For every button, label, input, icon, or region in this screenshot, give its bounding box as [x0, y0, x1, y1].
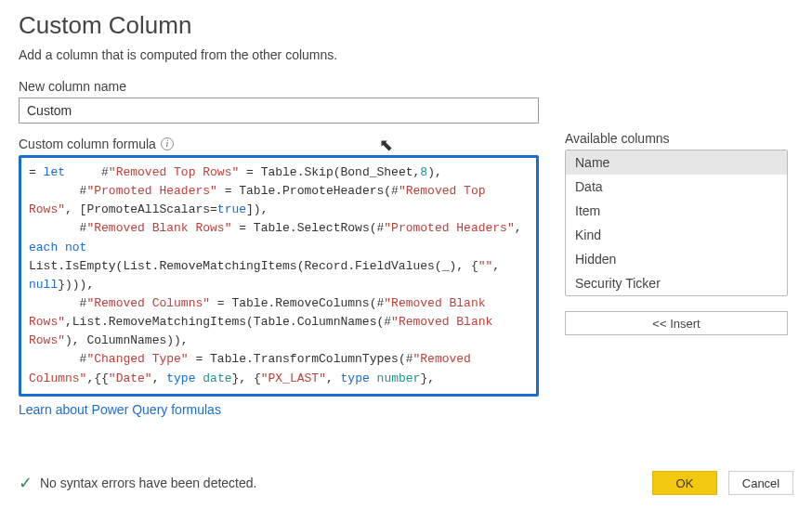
formula-token: = Table.PromoteHeaders(#: [217, 184, 399, 198]
formula-token: "Removed Top Rows": [109, 165, 239, 179]
formula-token: ,: [515, 221, 530, 235]
formula-token: [370, 371, 377, 385]
available-columns-list[interactable]: NameDataItemKindHiddenSecurity Ticker: [565, 150, 788, 296]
formula-textarea[interactable]: = let #"Removed Top Rows" = Table.Skip(B…: [19, 155, 539, 397]
formula-token: type: [166, 371, 195, 385]
formula-token: "Date": [109, 371, 152, 385]
dialog-subtitle: Add a column that is computed from the o…: [19, 47, 793, 62]
available-columns-label: Available columns: [565, 131, 788, 146]
available-column-item[interactable]: Security Ticker: [566, 271, 787, 295]
formula-token: =: [29, 165, 44, 179]
formula-token: List.IsEmpty(List.RemoveMatchingItems(Re…: [29, 241, 478, 273]
available-column-item[interactable]: Kind: [566, 223, 787, 247]
available-column-item[interactable]: Item: [566, 199, 787, 223]
formula-token: "Promoted Headers": [384, 221, 514, 235]
formula-token: = Table.SelectRows(#: [231, 221, 384, 235]
formula-token: "Removed Blank Rows": [86, 221, 231, 235]
column-name-input[interactable]: [19, 98, 539, 124]
status-message: No syntax errors have been detected.: [40, 475, 256, 490]
formula-token: each not: [29, 241, 86, 254]
formula-token: , [PromoteAllScalars=: [65, 202, 217, 216]
available-column-item[interactable]: Data: [566, 175, 787, 199]
formula-token: ,: [152, 371, 167, 385]
formula-token: true: [217, 202, 246, 216]
formula-token: number: [377, 371, 421, 385]
formula-token: "": [478, 259, 493, 273]
learn-more-link[interactable]: Learn about Power Query formulas: [19, 402, 221, 417]
ok-button[interactable]: OK: [652, 471, 717, 495]
formula-token: 8: [420, 165, 427, 179]
formula-token: ,: [326, 371, 341, 385]
cancel-button[interactable]: Cancel: [728, 471, 793, 495]
available-column-item[interactable]: Hidden: [566, 247, 787, 271]
formula-token: null: [29, 278, 58, 292]
column-name-label: New column name: [19, 79, 539, 94]
formula-token: #: [65, 165, 109, 179]
formula-token: ,{{: [86, 371, 108, 385]
formula-token: }, {: [232, 371, 261, 385]
info-icon[interactable]: i: [161, 137, 174, 150]
formula-token: ,: [492, 259, 507, 273]
formula-label: Custom column formula: [19, 137, 156, 151]
check-icon: ✓: [19, 475, 33, 491]
formula-token: },: [420, 371, 435, 385]
formula-token: "PX_LAST": [261, 371, 326, 385]
formula-token: "Removed Columns": [86, 296, 210, 310]
formula-token: = Table.RemoveColumns(#: [210, 296, 384, 310]
formula-token: ,List.RemoveMatchingItems(Table.ColumnNa…: [65, 315, 391, 329]
insert-button[interactable]: << Insert: [565, 311, 788, 335]
formula-token: = Table.Skip(Bond_Sheet,: [239, 165, 420, 179]
formula-token: "Promoted Headers": [86, 184, 216, 198]
available-column-item[interactable]: Name: [566, 150, 787, 175]
formula-token: "Changed Type": [86, 352, 188, 366]
formula-token: type: [341, 371, 370, 385]
dialog-title: Custom Column: [19, 11, 793, 40]
formula-token: let: [44, 165, 65, 179]
formula-token: date: [203, 371, 231, 385]
formula-token: = Table.TransformColumnTypes(#: [189, 352, 413, 366]
